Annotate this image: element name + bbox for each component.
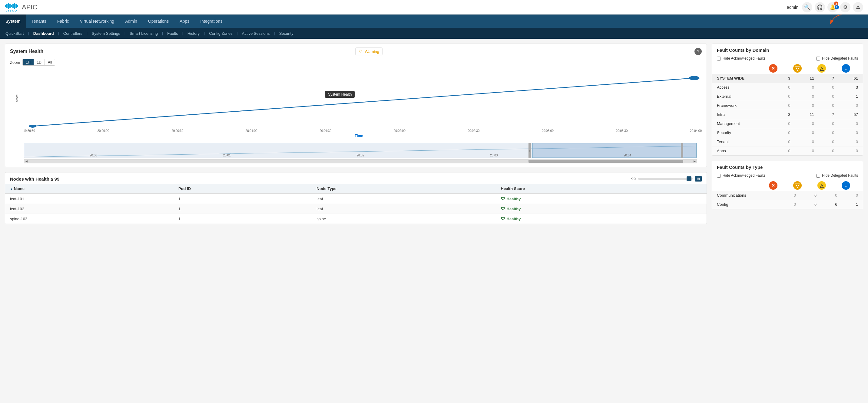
warning-cell: 0 [839, 146, 863, 156]
col-node-type[interactable]: Node Type [312, 184, 496, 194]
minor-cell: 0 [819, 146, 839, 156]
subnav-history[interactable]: History [184, 28, 203, 39]
subnav-dashboard[interactable]: Dashboard [30, 28, 57, 39]
hide-ack-label-type: Hide Acknowledged Faults [723, 173, 765, 178]
slider-thumb[interactable] [687, 176, 691, 181]
nodes-table-body: leaf-101 1 leaf 🛡 Healthy leaf-102 1 [5, 194, 707, 224]
nav-apps[interactable]: Apps [174, 14, 195, 28]
hide-del-checkbox-type[interactable] [816, 174, 820, 178]
warning-icon-type: ↓ [842, 181, 850, 190]
subnav-system-settings[interactable]: System Settings [89, 28, 123, 39]
headset-button[interactable]: 🎧 [815, 2, 825, 12]
table-row: leaf-101 1 leaf 🛡 Healthy [5, 194, 707, 204]
nav-virtual-networking[interactable]: Virtual Networking [74, 14, 120, 28]
nav-fabric[interactable]: Fabric [52, 14, 74, 28]
chart-container: score 30 20 10 [5, 68, 707, 140]
domain-cell: External [712, 92, 775, 101]
subnav-faults[interactable]: Faults [164, 28, 181, 39]
subnav-security[interactable]: Security [276, 28, 297, 39]
col-health-score[interactable]: Health Score [496, 184, 707, 194]
col-pod-id[interactable]: Pod ID [174, 184, 312, 194]
warning-icon-cell-type: ↓ [834, 181, 858, 190]
minor-icon: △ [817, 64, 826, 73]
warning-cell: 0 [839, 119, 863, 128]
node-name: leaf-102 [5, 204, 174, 214]
health-threshold-value: 99 [631, 177, 636, 181]
zoom-1h[interactable]: 1H [23, 59, 34, 65]
major-cell: 0 [795, 146, 819, 156]
nodes-title: Nodes with Health ≤ 99 [10, 176, 59, 181]
health-badge: 🛡 Healthy [501, 196, 521, 201]
critical-icon: ✕ [769, 64, 777, 73]
svg-rect-4 [11, 5, 12, 7]
table-row: leaf-102 1 leaf 🛡 Healthy [5, 204, 707, 214]
settings-button[interactable]: ⚙ [840, 2, 850, 12]
zoom-all[interactable]: All [45, 59, 55, 65]
subnav-quickstart[interactable]: QuickStart [2, 28, 27, 39]
subnav-config-zones[interactable]: Config Zones [206, 28, 235, 39]
help-button[interactable]: ? [694, 48, 702, 55]
warning-cell: 57 [839, 110, 863, 119]
svg-point-17 [689, 76, 700, 80]
scroll-left[interactable]: ◀ [24, 160, 28, 163]
nav-admin[interactable]: Admin [120, 14, 143, 28]
main-content: System Health 🛡 Warning ? Zoom 1H 1D All [0, 39, 868, 403]
node-type: leaf [312, 194, 496, 204]
nodes-header: Nodes with Health ≤ 99 99 ⊞ [5, 172, 707, 184]
minor-cell: 0 [819, 119, 839, 128]
node-type: spine [312, 214, 496, 224]
major-cell: 11 [795, 74, 819, 83]
scroll-thumb[interactable] [528, 160, 683, 163]
search-button[interactable]: 🔍 [802, 2, 812, 12]
nav-tenants[interactable]: Tenants [26, 14, 52, 28]
nav-operations[interactable]: Operations [143, 14, 174, 28]
scroll-right[interactable]: ▶ [692, 160, 696, 163]
chart-area: score 30 20 10 [19, 68, 702, 129]
system-health-title: System Health [10, 49, 43, 54]
subnav-smart-licensing[interactable]: Smart Licensing [127, 28, 161, 39]
minimap-scrollbar[interactable]: ◀ ▶ [24, 159, 697, 163]
fault-domain-filters: Hide Acknowledged Faults Hide Delegated … [712, 55, 863, 63]
primary-nav: System Tenants Fabric Virtual Networking… [0, 14, 868, 28]
hide-del-checkbox[interactable] [816, 57, 820, 61]
table-row: spine-103 1 spine 🛡 Healthy [5, 214, 707, 224]
hide-ack-label: Hide Acknowledged Faults [723, 56, 765, 61]
hide-del-filter[interactable]: Hide Delegated Faults [816, 56, 858, 61]
zoom-1d[interactable]: 1D [34, 59, 45, 65]
left-panel: System Health 🛡 Warning ? Zoom 1H 1D All [5, 43, 707, 398]
nav-integrations[interactable]: Integrations [195, 14, 228, 28]
node-pod-id: 1 [174, 214, 312, 224]
health-label: Healthy [507, 207, 521, 211]
hide-del-filter-type[interactable]: Hide Delegated Faults [816, 173, 858, 178]
hide-ack-checkbox-type[interactable] [717, 174, 721, 178]
svg-rect-5 [12, 4, 13, 8]
type-cell: Communications [712, 191, 780, 200]
critical-icon-cell-type: ✕ [761, 181, 785, 190]
slider-track[interactable] [638, 178, 693, 180]
health-slider: 99 ⊞ [631, 176, 702, 181]
svg-rect-8 [17, 5, 18, 7]
shield-icon: 🛡 [359, 49, 363, 54]
time-axis: 19:59:30 20:00:00 20:00:30 20:01:00 20:0… [16, 129, 702, 133]
subnav-controllers[interactable]: Controllers [60, 28, 85, 39]
top-bar-left: CISCO APIC [5, 2, 37, 12]
nav-system[interactable]: System [0, 14, 26, 28]
minor-cell: 0 [819, 128, 839, 137]
power-button[interactable]: ⏏ [853, 2, 863, 12]
fault-domain-section: Fault Counts by Domain Hide Acknowledged… [712, 43, 863, 156]
health-label: Healthy [507, 216, 521, 221]
warning-cell: 0 [839, 137, 863, 146]
subnav-active-sessions[interactable]: Active Sessions [239, 28, 273, 39]
hide-ack-filter[interactable]: Hide Acknowledged Faults [717, 56, 765, 61]
bell-badge-bottom: 2 [835, 5, 839, 9]
col-name[interactable]: Name [5, 184, 174, 194]
node-name: spine-103 [5, 214, 174, 224]
health-badge: 🛡 Healthy [501, 206, 521, 211]
bell-button[interactable]: 🔔 2 2 [828, 2, 838, 12]
minor-cell: 7 [819, 110, 839, 119]
hide-ack-filter-type[interactable]: Hide Acknowledged Faults [717, 173, 765, 178]
minimap[interactable]: ⋮ ⋮ 20:00 20:01 20:02 20:03 20:04 [24, 143, 697, 158]
hide-ack-checkbox[interactable] [717, 57, 721, 61]
domain-cell: Security [712, 128, 775, 137]
warning-cell: 61 [839, 74, 863, 83]
